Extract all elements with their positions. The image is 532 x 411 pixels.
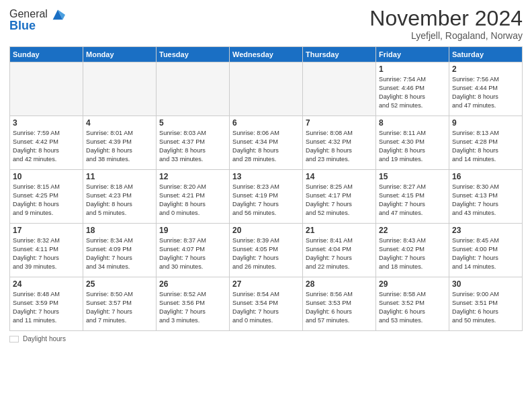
calendar-table: Sunday Monday Tuesday Wednesday Thursday…: [9, 46, 523, 331]
day-number: 10: [13, 172, 80, 181]
day-info: Sunrise: 8:18 AMSunset: 4:23 PMDaylight:…: [86, 183, 153, 218]
footer-label: Daylight hours: [23, 335, 66, 342]
day-info: Sunrise: 8:39 AMSunset: 4:05 PMDaylight:…: [232, 236, 300, 271]
table-row: 4Sunrise: 8:01 AMSunset: 4:39 PMDaylight…: [83, 116, 157, 170]
logo-icon: [50, 7, 65, 21]
table-row: 14Sunrise: 8:25 AMSunset: 4:17 PMDayligh…: [303, 170, 376, 224]
week-row-3: 17Sunrise: 8:32 AMSunset: 4:11 PMDayligh…: [10, 224, 523, 277]
day-number: 23: [452, 226, 519, 235]
day-number: 19: [159, 226, 226, 235]
day-info: Sunrise: 8:43 AMSunset: 4:02 PMDaylight:…: [379, 236, 446, 271]
day-number: 8: [379, 118, 446, 128]
day-info: Sunrise: 8:34 AMSunset: 4:09 PMDaylight:…: [86, 236, 153, 271]
footer: Daylight hours: [9, 335, 523, 342]
table-row: 7Sunrise: 8:08 AMSunset: 4:32 PMDaylight…: [303, 116, 376, 170]
table-row: 6Sunrise: 8:06 AMSunset: 4:34 PMDaylight…: [230, 116, 303, 170]
day-info: Sunrise: 8:32 AMSunset: 4:11 PMDaylight:…: [13, 236, 80, 271]
day-number: 26: [159, 279, 226, 289]
logo: General Blue: [9, 7, 65, 33]
day-info: Sunrise: 8:15 AMSunset: 4:25 PMDaylight:…: [13, 183, 80, 218]
week-row-2: 10Sunrise: 8:15 AMSunset: 4:25 PMDayligh…: [10, 170, 523, 224]
day-number: 28: [306, 279, 373, 289]
table-row: 15Sunrise: 8:27 AMSunset: 4:15 PMDayligh…: [376, 170, 449, 224]
day-info: Sunrise: 8:13 AMSunset: 4:28 PMDaylight:…: [452, 129, 519, 164]
day-number: 24: [13, 279, 80, 289]
day-number: 27: [232, 279, 300, 289]
day-number: 22: [379, 226, 446, 235]
day-number: 30: [452, 279, 519, 289]
table-row: 21Sunrise: 8:41 AMSunset: 4:04 PMDayligh…: [303, 224, 376, 277]
table-row: 22Sunrise: 8:43 AMSunset: 4:02 PMDayligh…: [376, 224, 449, 277]
table-row: 2Sunrise: 7:56 AMSunset: 4:44 PMDaylight…: [449, 62, 523, 116]
day-info: Sunrise: 8:23 AMSunset: 4:19 PMDaylight:…: [232, 183, 300, 218]
table-row: 29Sunrise: 8:58 AMSunset: 3:52 PMDayligh…: [376, 277, 449, 331]
table-row: 10Sunrise: 8:15 AMSunset: 4:25 PMDayligh…: [10, 170, 83, 224]
day-number: 18: [86, 226, 153, 235]
table-row: 25Sunrise: 8:50 AMSunset: 3:57 PMDayligh…: [83, 277, 157, 331]
month-title: November 2024: [369, 7, 523, 30]
page-header: General Blue November 2024 Lyefjell, Rog…: [9, 7, 523, 41]
table-row: 12Sunrise: 8:20 AMSunset: 4:21 PMDayligh…: [157, 170, 230, 224]
table-row: 5Sunrise: 8:03 AMSunset: 4:37 PMDaylight…: [157, 116, 230, 170]
table-row: [303, 62, 376, 116]
footer-box: [9, 336, 19, 342]
day-info: Sunrise: 8:41 AMSunset: 4:04 PMDaylight:…: [306, 236, 373, 271]
table-row: 30Sunrise: 9:00 AMSunset: 3:51 PMDayligh…: [449, 277, 523, 331]
day-number: 12: [159, 172, 226, 181]
day-info: Sunrise: 8:48 AMSunset: 3:59 PMDaylight:…: [13, 290, 80, 325]
day-number: 20: [232, 226, 300, 235]
day-number: 11: [86, 172, 153, 181]
table-row: 18Sunrise: 8:34 AMSunset: 4:09 PMDayligh…: [83, 224, 157, 277]
table-row: 11Sunrise: 8:18 AMSunset: 4:23 PMDayligh…: [83, 170, 157, 224]
col-sunday: Sunday: [10, 47, 83, 62]
table-row: 9Sunrise: 8:13 AMSunset: 4:28 PMDaylight…: [449, 116, 523, 170]
table-row: [230, 62, 303, 116]
title-block: November 2024 Lyefjell, Rogaland, Norway: [369, 7, 523, 41]
day-info: Sunrise: 8:58 AMSunset: 3:52 PMDaylight:…: [379, 290, 446, 325]
day-info: Sunrise: 8:03 AMSunset: 4:37 PMDaylight:…: [159, 129, 226, 164]
table-row: [83, 62, 157, 116]
day-info: Sunrise: 8:06 AMSunset: 4:34 PMDaylight:…: [232, 129, 300, 164]
table-row: 26Sunrise: 8:52 AMSunset: 3:56 PMDayligh…: [157, 277, 230, 331]
day-number: 7: [306, 118, 373, 128]
day-number: 5: [159, 118, 226, 128]
location: Lyefjell, Rogaland, Norway: [369, 30, 523, 41]
table-row: 13Sunrise: 8:23 AMSunset: 4:19 PMDayligh…: [230, 170, 303, 224]
day-info: Sunrise: 8:01 AMSunset: 4:39 PMDaylight:…: [86, 129, 153, 164]
day-number: 6: [232, 118, 300, 128]
table-row: 1Sunrise: 7:54 AMSunset: 4:46 PMDaylight…: [376, 62, 449, 116]
table-row: 28Sunrise: 8:56 AMSunset: 3:53 PMDayligh…: [303, 277, 376, 331]
day-info: Sunrise: 8:27 AMSunset: 4:15 PMDaylight:…: [379, 183, 446, 218]
day-number: 17: [13, 226, 80, 235]
day-info: Sunrise: 7:56 AMSunset: 4:44 PMDaylight:…: [452, 75, 519, 110]
day-number: 16: [452, 172, 519, 181]
day-info: Sunrise: 8:25 AMSunset: 4:17 PMDaylight:…: [306, 183, 373, 218]
day-info: Sunrise: 8:37 AMSunset: 4:07 PMDaylight:…: [159, 236, 226, 271]
day-info: Sunrise: 8:56 AMSunset: 3:53 PMDaylight:…: [306, 290, 373, 325]
week-row-0: 1Sunrise: 7:54 AMSunset: 4:46 PMDaylight…: [10, 62, 523, 116]
col-saturday: Saturday: [449, 47, 523, 62]
day-number: 9: [452, 118, 519, 128]
table-row: 17Sunrise: 8:32 AMSunset: 4:11 PMDayligh…: [10, 224, 83, 277]
day-info: Sunrise: 8:54 AMSunset: 3:54 PMDaylight:…: [232, 290, 300, 325]
day-info: Sunrise: 8:08 AMSunset: 4:32 PMDaylight:…: [306, 129, 373, 164]
day-info: Sunrise: 7:59 AMSunset: 4:42 PMDaylight:…: [13, 129, 80, 164]
day-info: Sunrise: 8:20 AMSunset: 4:21 PMDaylight:…: [159, 183, 226, 218]
table-row: 8Sunrise: 8:11 AMSunset: 4:30 PMDaylight…: [376, 116, 449, 170]
col-thursday: Thursday: [303, 47, 376, 62]
day-number: 2: [452, 64, 519, 74]
day-number: 13: [232, 172, 300, 181]
table-row: [157, 62, 230, 116]
day-info: Sunrise: 8:50 AMSunset: 3:57 PMDaylight:…: [86, 290, 153, 325]
day-info: Sunrise: 8:30 AMSunset: 4:13 PMDaylight:…: [452, 183, 519, 218]
calendar-header-row: Sunday Monday Tuesday Wednesday Thursday…: [10, 47, 523, 62]
day-info: Sunrise: 9:00 AMSunset: 3:51 PMDaylight:…: [452, 290, 519, 325]
day-number: 4: [86, 118, 153, 128]
day-number: 14: [306, 172, 373, 181]
day-number: 29: [379, 279, 446, 289]
day-number: 3: [13, 118, 80, 128]
col-monday: Monday: [83, 47, 157, 62]
col-wednesday: Wednesday: [230, 47, 303, 62]
col-tuesday: Tuesday: [157, 47, 230, 62]
table-row: 19Sunrise: 8:37 AMSunset: 4:07 PMDayligh…: [157, 224, 230, 277]
